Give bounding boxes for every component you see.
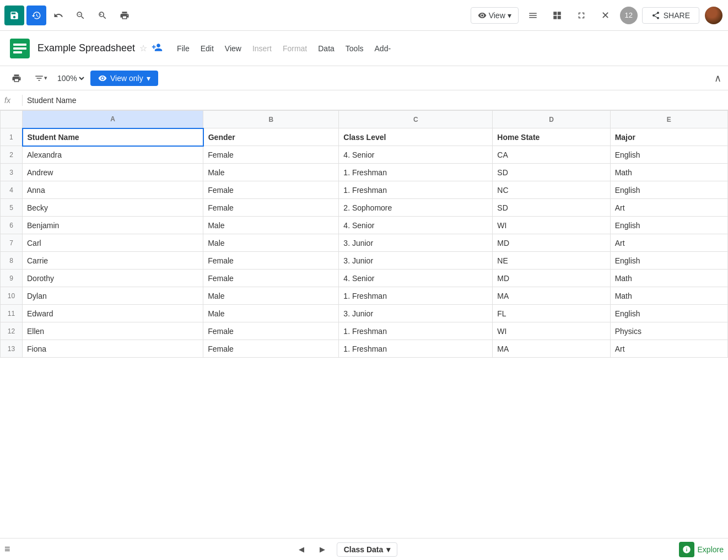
cell-c5[interactable]: 2. Sophomore (339, 199, 493, 217)
cell-d7[interactable]: MD (493, 234, 610, 252)
menu-insert[interactable]: Insert (247, 42, 277, 55)
cell-a9[interactable]: Dorothy (23, 270, 203, 287)
cell-b2[interactable]: Female (203, 146, 339, 164)
cell-c8[interactable]: 3. Junior (339, 252, 493, 270)
hamburger-button[interactable]: ≡ (4, 543, 10, 555)
cell-c13[interactable]: 1. Freshman (339, 340, 493, 358)
cell-e2[interactable]: English (610, 146, 727, 164)
zoom-in-button[interactable] (93, 6, 112, 25)
explore-area[interactable]: Explore (679, 542, 724, 557)
cell-d1[interactable]: Home State (493, 128, 610, 146)
cell-e7[interactable]: Art (610, 234, 727, 252)
cell-e5[interactable]: Art (610, 199, 727, 217)
cell-d10[interactable]: MA (493, 287, 610, 305)
cell-d11[interactable]: FL (493, 305, 610, 322)
cell-b3[interactable]: Male (203, 164, 339, 181)
cell-a7[interactable]: Carl (23, 234, 203, 252)
col-header-e[interactable]: E (610, 111, 727, 128)
menu-file[interactable]: File (171, 42, 195, 55)
menu-data[interactable]: Data (312, 42, 340, 55)
cell-b10[interactable]: Male (203, 287, 339, 305)
cell-a12[interactable]: Ellen (23, 322, 203, 340)
cell-d6[interactable]: WI (493, 217, 610, 234)
cell-a4[interactable]: Anna (23, 181, 203, 199)
cell-d2[interactable]: CA (493, 146, 610, 164)
cell-b6[interactable]: Male (203, 217, 339, 234)
cell-c12[interactable]: 1. Freshman (339, 322, 493, 340)
cell-e4[interactable]: English (610, 181, 727, 199)
col-header-a[interactable]: A (23, 111, 203, 128)
cell-b8[interactable]: Female (203, 252, 339, 270)
cell-a8[interactable]: Carrie (23, 252, 203, 270)
close-button[interactable]: ✕ (596, 6, 616, 25)
cell-a2[interactable]: Alexandra (23, 146, 203, 164)
cell-d5[interactable]: SD (493, 199, 610, 217)
menu-view[interactable]: View (219, 42, 247, 55)
cell-b13[interactable]: Female (203, 340, 339, 358)
history-button[interactable] (26, 6, 46, 25)
col-header-d[interactable]: D (493, 111, 610, 128)
cell-e9[interactable]: Math (610, 270, 727, 287)
cell-d3[interactable]: SD (493, 164, 610, 181)
sheet-left-arrow[interactable]: ◀ (292, 540, 311, 559)
cell-e11[interactable]: English (610, 305, 727, 322)
undo-button[interactable] (48, 6, 68, 25)
cell-b4[interactable]: Female (203, 181, 339, 199)
fullscreen-button[interactable] (571, 6, 591, 25)
cell-a11[interactable]: Edward (23, 305, 203, 322)
cell-b1[interactable]: Gender (203, 128, 339, 146)
cell-d13[interactable]: MA (493, 340, 610, 358)
view-only-button[interactable]: View only ▾ (90, 71, 158, 86)
cell-d9[interactable]: MD (493, 270, 610, 287)
cell-e12[interactable]: Physics (610, 322, 727, 340)
cell-c2[interactable]: 4. Senior (339, 146, 493, 164)
menu-edit[interactable]: Edit (195, 42, 219, 55)
menu-add-ons[interactable]: Add- (369, 42, 397, 55)
sheet-right-arrow[interactable]: ▶ (312, 540, 332, 559)
cell-c4[interactable]: 1. Freshman (339, 181, 493, 199)
cell-e6[interactable]: English (610, 217, 727, 234)
col-header-b[interactable]: B (203, 111, 339, 128)
sheet-tab-class-data[interactable]: Class Data ▾ (337, 542, 398, 557)
view-dropdown-button[interactable]: View ▾ (471, 7, 519, 24)
cell-d8[interactable]: NE (493, 252, 610, 270)
cell-e13[interactable]: Art (610, 340, 727, 358)
split-view-button[interactable] (547, 6, 567, 25)
sheet-grid[interactable]: A B C D E 1 Student Name Gender Class Le… (0, 110, 728, 538)
cell-b5[interactable]: Female (203, 199, 339, 217)
cell-a6[interactable]: Benjamin (23, 217, 203, 234)
cell-a5[interactable]: Becky (23, 199, 203, 217)
cell-a3[interactable]: Andrew (23, 164, 203, 181)
cell-b7[interactable]: Male (203, 234, 339, 252)
print-secondary-button[interactable] (7, 68, 26, 88)
cell-a1[interactable]: Student Name (23, 128, 203, 146)
star-icon[interactable]: ☆ (139, 43, 147, 53)
cell-a10[interactable]: Dylan (23, 287, 203, 305)
cell-c11[interactable]: 3. Junior (339, 305, 493, 322)
cell-d12[interactable]: WI (493, 322, 610, 340)
add-collaborator-icon[interactable] (152, 42, 163, 55)
collapse-button[interactable]: ∧ (714, 72, 721, 84)
zoom-select[interactable]: 100% 75% 125% (55, 73, 86, 83)
save-button[interactable] (4, 6, 24, 25)
cell-e1[interactable]: Major (610, 128, 727, 146)
zoom-out-button[interactable] (71, 6, 90, 25)
share-button[interactable]: SHARE (642, 7, 699, 24)
cell-c10[interactable]: 1. Freshman (339, 287, 493, 305)
cell-c1[interactable]: Class Level (339, 128, 493, 146)
cell-b11[interactable]: Male (203, 305, 339, 322)
sidebar-toggle-button[interactable] (523, 6, 543, 25)
cell-c6[interactable]: 4. Senior (339, 217, 493, 234)
cell-b9[interactable]: Female (203, 270, 339, 287)
cell-e10[interactable]: Math (610, 287, 727, 305)
cell-b12[interactable]: Female (203, 322, 339, 340)
cell-c3[interactable]: 1. Freshman (339, 164, 493, 181)
cell-c7[interactable]: 3. Junior (339, 234, 493, 252)
filter-button[interactable]: ▾ (31, 68, 51, 88)
cell-e3[interactable]: Math (610, 164, 727, 181)
user-count-badge[interactable]: 12 (620, 7, 638, 24)
menu-format[interactable]: Format (277, 42, 312, 55)
cell-c9[interactable]: 4. Senior (339, 270, 493, 287)
user-avatar[interactable] (704, 6, 724, 25)
cell-d4[interactable]: NC (493, 181, 610, 199)
